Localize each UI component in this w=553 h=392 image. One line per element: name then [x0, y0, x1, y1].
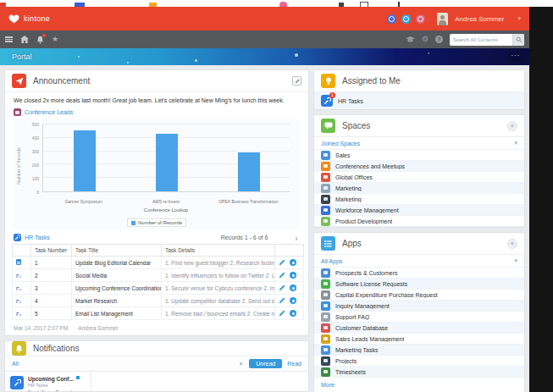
add-app-button[interactable]: + — [507, 239, 517, 249]
app-list-item[interactable]: Inquiry Management — [314, 301, 524, 312]
kintone-logo[interactable]: kintone — [8, 14, 50, 24]
record-settings-icon[interactable] — [290, 297, 296, 304]
item-label: Marketing Tasks — [335, 347, 378, 353]
document-status-icon — [16, 259, 21, 265]
table-row[interactable]: Γ₁5Email List Management1. Remove bad / … — [13, 307, 304, 320]
actions-column-header — [275, 245, 304, 257]
user-name[interactable]: Andrea Sommer — [455, 15, 504, 23]
app-list-item[interactable]: Projects — [314, 356, 524, 367]
pager-next-icon[interactable]: › — [295, 235, 298, 241]
app-list-item[interactable]: Capital Expenditure Purchase Request — [314, 290, 524, 301]
legend-swatch — [131, 221, 135, 225]
task-details-cell: 1. Update competitor database 2. Send ou… — [162, 295, 275, 307]
item-label: Conferences and Meetups — [335, 163, 405, 169]
space-list-item[interactable]: Marketing — [314, 183, 524, 194]
edit-record-icon[interactable] — [279, 272, 285, 278]
header-right-group: Andrea Sommer ▾ — [387, 13, 521, 25]
assigned-item-hr-tasks[interactable]: 1 HR Tasks — [314, 92, 524, 109]
user-menu-chevron-icon[interactable]: ▾ — [517, 15, 521, 22]
banner-dot — [195, 59, 197, 62]
left-column: Announcement We closed 2x more deals las… — [4, 69, 309, 392]
app-list-item[interactable]: Support FAQ — [314, 312, 524, 323]
notifications-bell-icon[interactable] — [36, 36, 44, 44]
graduation-cap-icon[interactable] — [406, 36, 415, 43]
space-list-item[interactable]: Workforce Management — [314, 205, 524, 216]
edit-record-icon[interactable] — [279, 310, 285, 316]
spaces-filter-chevron-icon[interactable]: ▾ — [514, 140, 517, 146]
notifications-icon — [12, 341, 26, 356]
app-list-item[interactable]: Software License Requests — [314, 279, 524, 290]
assigned-item-label: HR Tasks — [338, 98, 363, 104]
task-details-cell: 1. Secure venue for Cybozu conference 2.… — [162, 282, 275, 295]
favorites-star-icon[interactable]: ★ — [52, 36, 58, 43]
record-settings-icon[interactable] — [290, 272, 296, 279]
table-row[interactable]: 1Update Blog Editorial Calendar1. Find n… — [13, 257, 304, 269]
record-settings-icon[interactable] — [290, 310, 296, 317]
service-icon-1[interactable] — [387, 14, 396, 24]
assigned-count-badge: 1 — [329, 92, 335, 98]
page-title: Portal — [12, 52, 32, 61]
apps-more-link[interactable]: More — [314, 378, 524, 392]
menu-icon[interactable] — [5, 36, 13, 43]
app-list-item[interactable]: Customer Database — [314, 323, 524, 334]
prospects-customers-icon — [321, 268, 330, 278]
conference-leads-link[interactable]: Conference Leads — [25, 109, 73, 115]
notifications-card: Notifications All ▾ Unread Read Upcoming… — [4, 340, 309, 392]
notifications-filter-bar: All ▾ Unread Read — [5, 356, 308, 372]
edit-record-icon[interactable] — [279, 259, 285, 265]
table-row[interactable]: Γ₁3Upcoming Conference Coordination1. Se… — [13, 282, 304, 295]
chart-bar — [238, 152, 260, 191]
edit-record-icon[interactable] — [279, 284, 285, 290]
icon-glyph — [324, 282, 328, 285]
read-button[interactable]: Read — [287, 361, 301, 367]
spaces-filter-label[interactable]: Joined Spaces — [321, 141, 360, 146]
table-row[interactable]: Γ₁4Market Research1. Update competitor d… — [13, 295, 304, 307]
search-input[interactable] — [450, 37, 512, 42]
space-list-item[interactable]: Product Development — [314, 216, 524, 227]
actions-cell — [275, 269, 304, 282]
service-icon-2[interactable] — [401, 14, 411, 24]
search-icon[interactable] — [512, 34, 524, 46]
settings-gear-icon[interactable]: ⚙ — [422, 36, 429, 43]
app-list-item[interactable]: Sales Leads Management — [314, 334, 524, 345]
user-avatar[interactable] — [437, 13, 448, 25]
unread-button[interactable]: Unread — [249, 359, 282, 368]
brand-name: kintone — [24, 14, 50, 23]
help-icon[interactable]: ? — [435, 36, 443, 43]
apps-filter-chevron-icon[interactable]: ▾ — [514, 257, 517, 264]
space-list-item[interactable]: Sales — [314, 150, 524, 161]
projects-icon — [321, 356, 330, 366]
home-icon[interactable] — [20, 36, 29, 43]
add-space-button[interactable]: + — [507, 121, 517, 131]
space-list-item[interactable]: Global Offices — [314, 172, 524, 183]
chart-column — [207, 124, 290, 191]
filter-chevron-down-icon[interactable]: ▾ — [240, 361, 243, 367]
notification-item[interactable]: Upcoming Conf...HR TasksFresh Status Rem… — [5, 372, 91, 392]
icon-glyph — [324, 293, 328, 296]
icon-glyph — [324, 304, 328, 307]
sales-leads-management-icon — [321, 334, 330, 344]
icon-glyph — [324, 175, 328, 179]
sales-icon — [321, 151, 330, 160]
space-list-item[interactable]: Conferences and Meetups — [314, 161, 524, 172]
hr-tasks-app-icon — [14, 234, 21, 241]
app-list-item[interactable]: Marketing Tasks — [314, 345, 524, 356]
service-icon-3[interactable] — [416, 14, 425, 24]
notifications-filter-all[interactable]: All — [12, 361, 19, 367]
spaces-filter-row[interactable]: Joined Spaces ▾ — [314, 137, 524, 150]
record-settings-icon[interactable] — [290, 259, 296, 266]
edit-record-icon[interactable] — [279, 297, 285, 303]
apps-filter-row[interactable]: All Apps ▾ — [314, 255, 524, 268]
app-list-item[interactable]: Timesheets — [314, 367, 524, 378]
y-tick-label: 300 — [20, 149, 39, 154]
record-settings-icon[interactable] — [290, 284, 296, 291]
edit-announcement-icon[interactable] — [292, 76, 301, 86]
apps-filter-label[interactable]: All Apps — [321, 258, 342, 264]
space-list-item[interactable]: Marketing — [314, 194, 524, 205]
task-number-cell: 1 — [31, 257, 72, 269]
portal-options-icon[interactable]: ··· — [508, 51, 523, 62]
table-row[interactable]: Γ₁2Social Media1. Identify influencers t… — [13, 269, 304, 282]
hr-tasks-link[interactable]: HR Tasks — [25, 235, 50, 240]
flag-status-icon: Γ₁ — [16, 312, 21, 317]
app-list-item[interactable]: Prospects & Customers — [314, 268, 524, 279]
